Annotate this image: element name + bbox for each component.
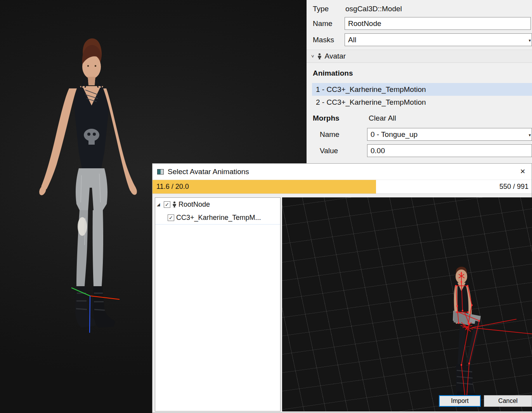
window-icon — [157, 169, 164, 175]
tree-item-label: CC3+_Karherine_TempM... — [176, 214, 261, 222]
type-label: Type — [313, 5, 329, 13]
animation-preview-viewport[interactable] — [282, 197, 532, 411]
close-icon[interactable]: ✕ — [514, 164, 532, 180]
avatar-section-label: Avatar — [325, 52, 346, 60]
chevron-down-icon: ▾ — [529, 38, 531, 43]
animations-list: 1 - CC3+_Karherine_TempMotion 2 - CC3+_K… — [312, 83, 532, 109]
morphs-heading: Morphs — [313, 114, 340, 122]
morphs-row: Morphs Clear All — [307, 114, 532, 123]
rootnode-checkbox[interactable]: ✓ — [164, 201, 170, 208]
animation-item-label: 2 - CC3+_Karherine_TempMotion — [316, 98, 426, 107]
cancel-button[interactable]: Cancel — [484, 395, 532, 407]
animations-heading: Animations — [313, 69, 353, 78]
tree-item-rootnode[interactable]: ◢ ✓ RootNode — [155, 198, 280, 211]
progress-right-text: 550 / 991 — [499, 180, 529, 194]
chevron-down-icon: ▾ — [529, 132, 531, 137]
masks-dropdown[interactable]: All ▾ — [345, 33, 532, 46]
animation-list-item[interactable]: 1 - CC3+_Karherine_TempMotion — [312, 83, 532, 96]
avatar-section-header[interactable]: ˅ Avatar — [307, 50, 532, 63]
morph-name-row: Name 0 - Tongue_up ▾ — [307, 128, 532, 141]
animation-tree-panel: ◢ ✓ RootNode ✓ CC3+_Karherine_TempM... — [155, 197, 281, 411]
morph-name-label: Name — [320, 130, 340, 139]
masks-value: All — [348, 36, 356, 44]
preview-character — [282, 197, 532, 411]
clear-all-button[interactable]: Clear All — [369, 114, 396, 123]
name-label: Name — [313, 19, 333, 28]
select-avatar-animations-dialog: Select Avatar Animations ✕ 11.6 / 20.0 5… — [152, 163, 532, 413]
morph-value-row: Value — [307, 144, 532, 157]
name-input[interactable] — [345, 17, 531, 30]
tree-item-label: RootNode — [178, 200, 210, 209]
import-progress-bar: 11.6 / 20.0 550 / 991 — [152, 180, 532, 194]
morph-value-label: Value — [320, 147, 338, 155]
animation-item-label: 1 - CC3+_Karherine_TempMotion — [316, 85, 426, 94]
name-row: Name — [307, 17, 532, 30]
import-button[interactable]: Import — [439, 395, 481, 407]
tree-item-animation[interactable]: ✓ CC3+_Karherine_TempM... — [155, 211, 280, 225]
person-icon — [172, 201, 177, 208]
animation-checkbox[interactable]: ✓ — [168, 214, 174, 221]
morph-name-dropdown[interactable]: 0 - Tongue_up ▾ — [367, 128, 532, 141]
character-model — [23, 36, 147, 334]
dialog-titlebar[interactable]: Select Avatar Animations ✕ — [152, 164, 532, 180]
progress-left-text: 11.6 / 20.0 — [156, 180, 189, 194]
dialog-title: Select Avatar Animations — [168, 168, 249, 176]
morph-value-input[interactable] — [367, 144, 532, 157]
type-value: osgCal3D::Model — [345, 5, 402, 13]
type-row: Type osgCal3D::Model — [307, 2, 532, 15]
masks-label: Masks — [313, 36, 334, 44]
masks-row: Masks All ▾ — [307, 33, 532, 46]
properties-panel: Type osgCal3D::Model Name Masks All ▾ ˅ … — [307, 0, 532, 163]
animation-list-item[interactable]: 2 - CC3+_Karherine_TempMotion — [312, 96, 532, 109]
chevron-down-icon: ˅ — [311, 54, 314, 59]
morph-name-value: 0 - Tongue_up — [371, 130, 418, 139]
person-icon — [317, 53, 322, 60]
tree-expand-icon[interactable]: ◢ — [157, 202, 162, 207]
